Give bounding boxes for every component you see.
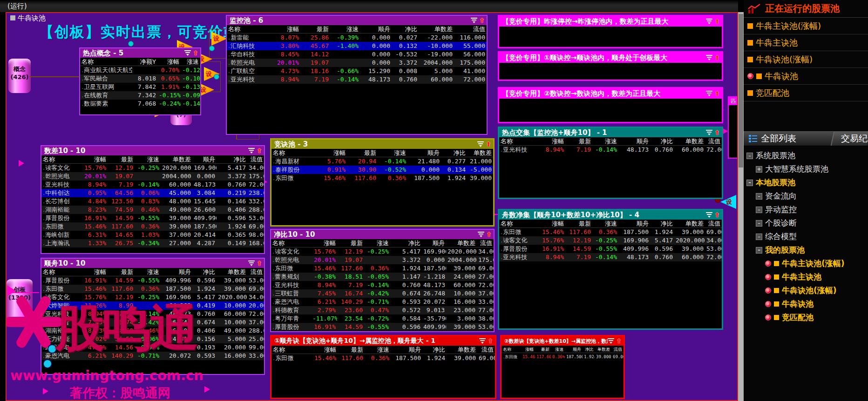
column-header[interactable]: 流值 <box>705 137 722 145</box>
column-header[interactable]: 流值 <box>611 346 624 353</box>
stock-row[interactable]: 卫星互联网7.8421.91%-0.13% <box>80 83 200 91</box>
column-header[interactable]: 单数差 <box>447 346 477 354</box>
stock-row[interactable]: 广联航空4.73%18.16-0.66%15.2900.0085.00041.0… <box>227 67 487 75</box>
panel-titlebar[interactable]: 【竞价专用】①顺诀控→顺诀池内，顺舟处于创板最大⬆ <box>499 53 722 63</box>
sort-up-icon[interactable]: ⬆ <box>488 338 493 344</box>
column-header[interactable]: 名称 <box>499 220 539 227</box>
stock-row[interactable]: 商业航天(航天航空)0.70%-0.12% <box>80 66 200 74</box>
stock-row[interactable]: 湖南裕能8.23%74.590.46%49.00026.6000.406288.… <box>41 206 264 214</box>
stock-row[interactable]: 华自科技8.45%14.120.000-0.532-19.00056.000 <box>227 50 487 59</box>
column-header[interactable]: 涨幅 <box>317 149 347 157</box>
panel-titlebar[interactable]: 监控池 - 6⬆ <box>227 16 487 25</box>
stock-row[interactable]: 海峡创新6.31%14.651.03%37.00020.4140.36598.0… <box>41 231 264 239</box>
stock-row[interactable]: 大烨智能11.26%8.9964.2620.41910.00020.000 <box>41 301 264 310</box>
tree-item[interactable]: –综合模型 <box>744 230 868 243</box>
column-header[interactable]: 单数差 <box>674 220 705 227</box>
filter-icon[interactable] <box>608 338 614 344</box>
column-header[interactable]: 涨幅 <box>521 346 535 353</box>
column-header[interactable]: 涨幅 <box>539 137 565 145</box>
column-header[interactable]: 单数差 <box>419 25 454 33</box>
column-header[interactable]: 净比 <box>392 25 419 33</box>
filter-icon[interactable] <box>477 141 484 147</box>
filter-icon[interactable] <box>706 55 712 60</box>
column-header[interactable]: 涨速 <box>365 346 391 354</box>
running-pool-item[interactable]: 牛犇诀池(涨幅) <box>744 51 868 68</box>
filter-icon[interactable] <box>706 91 712 96</box>
sort-up-icon[interactable]: ⬆ <box>714 18 720 25</box>
column-header[interactable]: 净比 <box>650 137 674 145</box>
stock-row[interactable]: 湖南裕能8.23%74.590.46%26.6000.40649.000288.… <box>41 327 264 335</box>
column-header[interactable]: 净比 <box>217 155 247 163</box>
tree-item[interactable]: 牛犇主诀池(涨幅) <box>744 257 868 270</box>
stock-row[interactable]: 亚光科技8.94%7.19-0.14%48.1730.76060.00072.0… <box>499 146 722 154</box>
panel-titlebar[interactable]: 舟数净集【顺舟10+数差10+净比10】 - 4⬆ <box>499 210 722 220</box>
stock-row[interactable]: 蕾奥规划-0.38%18.51-0.05%1.147-1.21824.00027… <box>271 273 494 281</box>
column-header[interactable]: 流值 <box>705 220 722 227</box>
stock-row[interactable]: 乾照光电20.01%19.072004.0000.0003.372175.000 <box>41 172 264 180</box>
stock-row[interactable]: 厚普股份16.91%14.59-0.55%409.9960.59639.0005… <box>41 276 264 285</box>
column-header[interactable]: 涨速 <box>592 220 618 227</box>
column-header[interactable]: 流值 <box>454 25 487 33</box>
column-header[interactable]: 单数差 <box>217 268 247 276</box>
tree-item[interactable]: 牛犇诀池 <box>744 297 868 311</box>
stock-row[interactable]: 东田微15.46%117.600.36%1.924187.50039.00069… <box>271 264 494 273</box>
column-header[interactable]: 净比 <box>422 346 447 354</box>
stock-row[interactable]: 读客文化15.76%12.19-0.25%169.9065.4172020.00… <box>499 236 722 245</box>
collapse-icon[interactable]: – <box>746 180 753 186</box>
column-header[interactable]: 涨速 <box>592 137 618 145</box>
panel-titlebar[interactable]: ②数差诀【竞诀池+数差10】→属监控池，数差最大 - 1⬆ <box>502 336 624 346</box>
stock-row[interactable]: 乾照光电20.01%19.073.3720.0002004.000175.000 <box>271 256 494 264</box>
column-header[interactable]: 名称 <box>80 58 132 66</box>
tree-item[interactable]: –我的股票池 <box>744 243 868 257</box>
column-header[interactable]: 净比 <box>192 268 217 276</box>
stock-row[interactable]: 厚普股份16.91%14.59-0.55%0.596409.99639.0005… <box>271 323 494 331</box>
running-pool-item[interactable]: 竞匹配池 <box>744 85 868 101</box>
stock-row[interactable]: 东田微15.46%117.600.36%187.5001.92439.00069… <box>41 285 264 293</box>
column-header[interactable]: 顺舟 <box>161 268 192 276</box>
collapse-icon[interactable]: – <box>746 153 753 159</box>
column-header[interactable]: 名称 <box>41 155 81 163</box>
stock-row[interactable]: 亚光科技8.94%7.19-0.14%0.76048.17360.00072.0… <box>271 281 494 289</box>
column-header[interactable]: 顺舟 <box>565 346 583 353</box>
column-header[interactable]: 单数差 <box>595 346 611 353</box>
panel-titlebar[interactable]: 热点交集【监控池+顺舟10】 - 1⬆ <box>499 128 722 137</box>
collapse-icon[interactable]: – <box>756 220 762 227</box>
column-header[interactable]: 净比 <box>583 346 595 353</box>
column-header[interactable]: 名称 <box>41 268 81 276</box>
panel-titlebar[interactable]: 【竞价专用】②数诀控→数诀池内，数差为正且最大⬆ <box>499 88 722 99</box>
collapse-icon[interactable]: – <box>756 247 762 254</box>
column-header[interactable]: 净比 <box>390 239 422 247</box>
stock-row[interactable]: 海昌新材5.76%20.94-0.14%21.4800.27721.000 <box>271 157 493 166</box>
stock-row[interactable]: 粤万年青-11.07%23.54-0.72%0.584-35.7903.0003… <box>271 314 494 323</box>
column-header[interactable]: 名称 <box>227 25 271 33</box>
column-header[interactable]: 顺舟 <box>192 155 217 163</box>
column-header[interactable]: 名称 <box>271 239 311 247</box>
column-header[interactable]: 流值 <box>477 346 495 354</box>
sort-up-icon[interactable]: ⬆ <box>714 54 720 61</box>
stock-row[interactable]: 东田微15.46%117.600.36%187.5001.92439.00069… <box>502 353 624 361</box>
column-header[interactable]: 最新 <box>565 137 592 145</box>
minimized-match-pool-tab[interactable]: 匹 <box>728 96 738 159</box>
stock-row[interactable]: 数据要素7.068-0.24%-0.14% <box>80 100 200 108</box>
sort-up-icon[interactable]: ⬆ <box>714 212 720 218</box>
column-header[interactable]: 名称 <box>499 137 539 145</box>
filter-icon[interactable] <box>248 261 255 266</box>
column-header[interactable]: 净比 <box>650 220 674 227</box>
column-header[interactable]: 流值 <box>247 268 264 276</box>
collapse-icon[interactable]: – <box>756 234 762 240</box>
tab-trade-record[interactable]: 交易纪录 <box>831 132 868 146</box>
column-header[interactable]: 最新 <box>300 25 330 33</box>
stock-row[interactable]: 新雷能8.07%25.86-0.39%0.0000.027-22.000116.… <box>227 33 487 42</box>
column-header[interactable]: 涨幅 <box>311 239 337 247</box>
stock-row[interactable]: 长芯博创4.84%123.500.83%48.00015.6450.146332… <box>41 197 264 206</box>
filter-icon[interactable] <box>706 212 712 218</box>
stock-row[interactable]: 上海瀚讯1.33%26.75-0.34%27.0004.2870.149168.… <box>41 239 264 247</box>
column-header[interactable]: 涨幅 <box>81 268 108 276</box>
column-header[interactable]: 涨速 <box>330 25 360 33</box>
panel-titlebar[interactable]: 热点概念 - 5⬆ <box>80 48 200 58</box>
panel-titlebar[interactable]: 【竞价专用】昨涨停控→昨涨停池内，数差为正且最大⬆ <box>499 16 722 27</box>
stock-row[interactable]: 在线教育7.342-0.15%-0.09% <box>80 91 200 100</box>
stock-row[interactable]: 亚光科技8.94%7.19-0.14%48.1730.76060.00072.0… <box>41 310 264 318</box>
column-header[interactable]: 最新 <box>565 220 592 227</box>
tree-item[interactable]: –资金流向 <box>744 189 868 203</box>
